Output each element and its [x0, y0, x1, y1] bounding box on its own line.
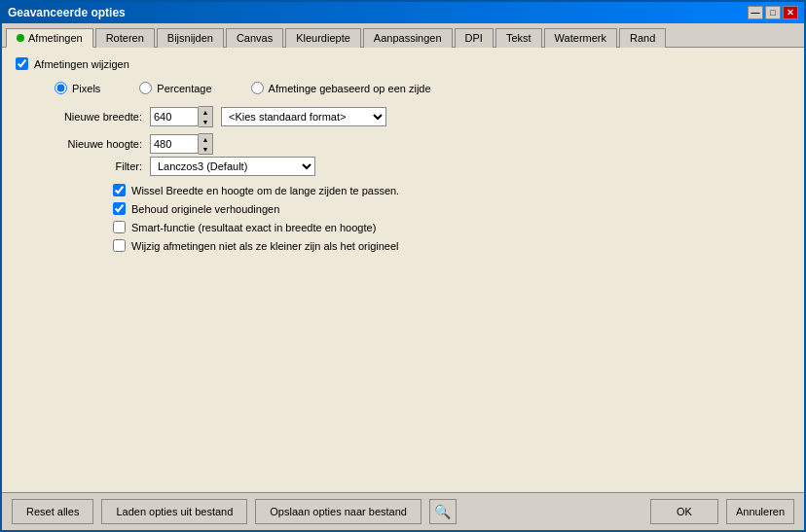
filter-label: Filter:: [55, 160, 142, 172]
main-window: Geavanceerde opties — □ ✕ Afmetingen Rot…: [0, 0, 806, 532]
radio-percentage[interactable]: [139, 82, 152, 94]
bottom-bar: Reset alles Laden opties uit bestand Ops…: [2, 492, 804, 530]
tab-afmetingen-label: Afmetingen: [28, 32, 83, 44]
hoogte-row: Nieuwe hoogte: ▲ ▼: [55, 133, 790, 155]
breedte-down-button[interactable]: ▼: [199, 117, 212, 126]
radio-pixels-item: Pixels: [55, 82, 100, 94]
format-dropdown[interactable]: <Kies standaard format>: [221, 107, 386, 126]
cb-smart-label: Smart-functie (resultaat exact in breedt…: [131, 222, 376, 233]
reset-button[interactable]: Reset alles: [12, 499, 93, 524]
hoogte-input-group: ▲ ▼: [150, 133, 213, 155]
tab-dpi[interactable]: DPI: [455, 28, 494, 48]
cb-behoud-checkbox[interactable]: [113, 202, 126, 215]
folder-icon-button[interactable]: 🔍: [429, 499, 457, 524]
cb2-row: Behoud originele verhoudingen: [113, 202, 790, 215]
radio-row: Pixels Percentage Afmetinge gebaseerd op…: [55, 82, 790, 94]
tab-kleurdiepte[interactable]: Kleurdiepte: [285, 28, 361, 48]
hoogte-spinner: ▲ ▼: [199, 133, 213, 155]
breedte-spinner: ▲ ▼: [199, 106, 213, 127]
radio-afmeting-label: Afmetinge gebaseerd op een zijde: [269, 83, 431, 94]
hoogte-up-button[interactable]: ▲: [199, 134, 212, 144]
cb-behoud-label: Behoud originele verhoudingen: [131, 203, 279, 215]
cb1-row: Wissel Breedte en hoogte om de lange zij…: [113, 184, 790, 196]
ok-button[interactable]: OK: [650, 499, 718, 524]
cb-wijzig-checkbox[interactable]: [113, 239, 126, 252]
cb-wissel-label: Wissel Breedte en hoogte om de lange zij…: [131, 185, 399, 196]
radio-pixels-label: Pixels: [72, 83, 100, 94]
cb-smart-checkbox[interactable]: [113, 221, 126, 233]
minimize-button[interactable]: —: [748, 6, 763, 19]
afmetingen-wijzigen-label: Afmetingen wijzigen: [34, 58, 129, 70]
title-buttons: — □ ✕: [748, 6, 798, 19]
afmetingen-wijzigen-row: Afmetingen wijzigen: [16, 57, 790, 70]
afmetingen-wijzigen-checkbox[interactable]: [16, 57, 28, 70]
breedte-label: Nieuwe breedte:: [55, 111, 142, 123]
tab-afmetingen[interactable]: Afmetingen: [6, 28, 93, 48]
radio-afmeting-item: Afmetinge gebaseerd op een zijde: [251, 82, 431, 94]
radio-percentage-item: Percentage: [139, 82, 211, 94]
form-section: Nieuwe breedte: ▲ ▼ <Kies standaard form…: [55, 106, 790, 155]
cb-wijzig-label: Wijzig afmetingen niet als ze kleiner zi…: [131, 240, 399, 252]
opslaan-button[interactable]: Opslaan opties naar bestand: [255, 499, 421, 524]
radio-afmeting[interactable]: [251, 82, 264, 94]
breedte-row: Nieuwe breedte: ▲ ▼ <Kies standaard form…: [55, 106, 790, 127]
title-bar: Geavanceerde opties — □ ✕: [2, 2, 804, 23]
tab-canvas[interactable]: Canvas: [226, 28, 283, 48]
checkboxes-section: Wissel Breedte en hoogte om de lange zij…: [113, 184, 790, 252]
cb4-row: Wijzig afmetingen niet als ze kleiner zi…: [113, 239, 790, 252]
radio-percentage-label: Percentage: [157, 83, 211, 94]
tab-aanpassingen[interactable]: Aanpassingen: [363, 28, 453, 48]
hoogte-input[interactable]: [150, 134, 199, 154]
tabs-row: Afmetingen Roteren Bijsnijden Canvas Kle…: [2, 23, 804, 48]
hoogte-label: Nieuwe hoogte:: [55, 138, 142, 150]
cb-wissel-checkbox[interactable]: [113, 184, 126, 196]
maximize-button[interactable]: □: [765, 6, 781, 19]
filter-row: Filter: Lanczos3 (Default): [55, 157, 790, 176]
tab-watermerk[interactable]: Watermerk: [544, 28, 617, 48]
breedte-input[interactable]: [150, 107, 199, 126]
content-area: Afmetingen wijzigen Pixels Percentage Af…: [2, 48, 804, 492]
hoogte-down-button[interactable]: ▼: [199, 144, 212, 154]
cb3-row: Smart-functie (resultaat exact in breedt…: [113, 221, 790, 233]
tab-roteren[interactable]: Roteren: [95, 28, 155, 48]
breedte-input-group: ▲ ▼: [150, 106, 213, 127]
filter-dropdown[interactable]: Lanczos3 (Default): [150, 157, 315, 176]
radio-pixels[interactable]: [55, 82, 67, 94]
window-title: Geavanceerde opties: [8, 6, 126, 19]
annuleren-button[interactable]: Annuleren: [726, 499, 794, 524]
tab-bijsnijden[interactable]: Bijsnijden: [157, 28, 224, 48]
tab-rand[interactable]: Rand: [619, 28, 666, 48]
tab-tekst[interactable]: Tekst: [495, 28, 542, 48]
breedte-up-button[interactable]: ▲: [199, 107, 212, 117]
green-dot-icon: [17, 34, 24, 42]
laden-button[interactable]: Laden opties uit bestand: [101, 499, 247, 524]
close-button[interactable]: ✕: [783, 6, 798, 19]
